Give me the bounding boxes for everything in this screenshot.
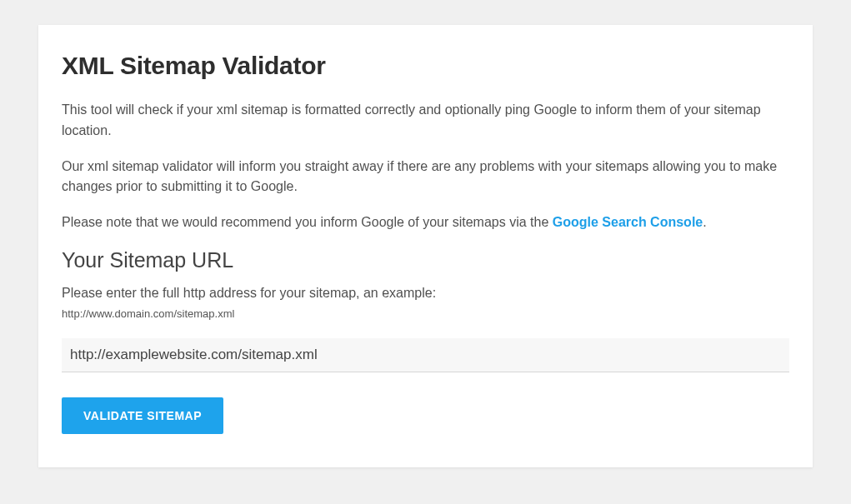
validator-card: XML Sitemap Validator This tool will che… bbox=[38, 25, 813, 467]
page-title: XML Sitemap Validator bbox=[62, 52, 789, 80]
sitemap-url-input[interactable] bbox=[62, 338, 789, 372]
description-text: Please note that we would recommend you … bbox=[62, 215, 553, 229]
section-heading: Your Sitemap URL bbox=[62, 248, 789, 272]
description-suffix: . bbox=[703, 215, 706, 229]
description-paragraph-2: Our xml sitemap validator will inform yo… bbox=[62, 157, 789, 198]
validate-sitemap-button[interactable]: VALIDATE SITEMAP bbox=[62, 397, 223, 434]
description-paragraph-3: Please note that we would recommend you … bbox=[62, 212, 789, 233]
description-paragraph-1: This tool will check if your xml sitemap… bbox=[62, 100, 789, 142]
instruction-text: Please enter the full http address for y… bbox=[62, 286, 789, 301]
google-search-console-link[interactable]: Google Search Console bbox=[553, 215, 703, 229]
example-url-text: http://www.domain.com/sitemap.xml bbox=[62, 307, 789, 320]
